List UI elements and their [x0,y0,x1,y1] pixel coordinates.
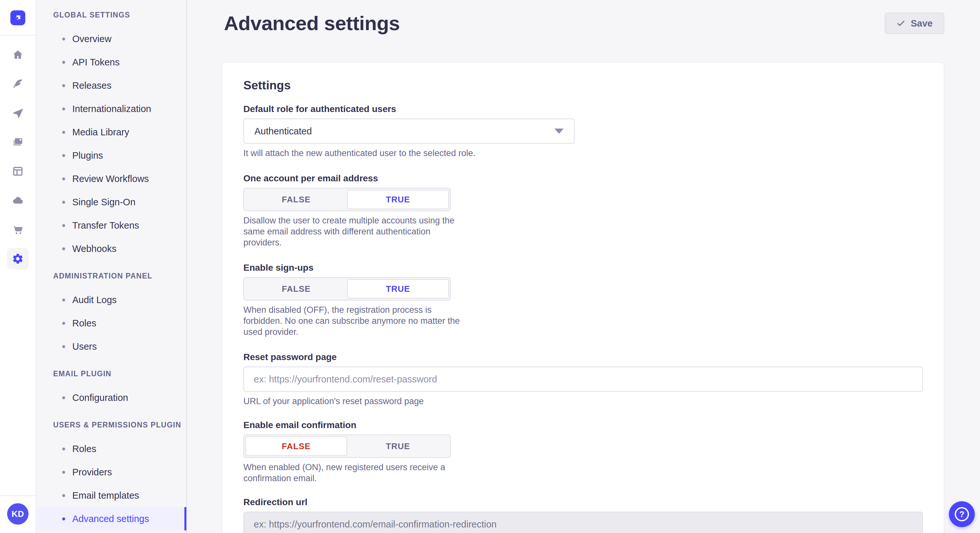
toggle-false-button[interactable]: FALSE [245,279,347,298]
user-avatar[interactable]: KD [7,503,29,525]
sidebar-item-webhooks[interactable]: Webhooks [37,237,186,260]
sidebar-item-internationalization[interactable]: Internationalization [37,97,186,121]
sidebar-item-overview[interactable]: Overview [37,27,186,51]
help-button[interactable]: ? [949,501,975,527]
sidebar-item-label: Plugins [72,150,103,161]
feather-icon[interactable] [7,73,29,95]
toggle-false-button[interactable]: FALSE [245,436,347,456]
bullet-icon [62,201,65,204]
sidebar-item-single-sign-on[interactable]: Single Sign-On [37,190,186,214]
sidebar-item-label: Users [72,341,97,352]
field-hint: URL of your application's reset password… [243,396,923,407]
one-account-toggle: FALSE TRUE [243,188,451,211]
toggle-false-button[interactable]: FALSE [245,190,347,209]
sidebar-item-email-templates[interactable]: Email templates [37,484,186,507]
settings-gear-icon[interactable] [7,248,29,270]
sidebar-item-media-library[interactable]: Media Library [37,121,186,144]
settings-card: Settings Default role for authenticated … [223,63,944,533]
card-section-title: Settings [243,78,923,93]
sidebar-item-providers[interactable]: Providers [37,460,186,484]
sidebar-item-label: Single Sign-On [72,197,135,208]
bullet-icon [62,154,65,157]
sidebar-item-label: Providers [72,467,112,477]
content-layout-icon[interactable] [7,160,29,182]
page-title: Advanced settings [224,11,400,36]
bullet-icon [62,131,65,134]
question-mark-icon: ? [955,507,969,521]
bullet-icon [62,447,65,451]
bullet-icon [62,397,65,399]
field-reset-password-page: Reset password page URL of your applicat… [243,352,923,407]
field-label: Enable email confirmation [243,420,923,431]
toggle-true-button[interactable]: TRUE [347,190,449,209]
sidebar-nav: GLOBAL SETTINGSOverviewAPI TokensRelease… [37,8,186,530]
page-header: Advanced settings Save [188,0,980,36]
sidebar-item-advanced-settings[interactable]: Advanced settings [37,507,186,530]
sidebar-item-configuration[interactable]: Configuration [37,386,186,409]
strapi-logo-icon[interactable] [10,10,25,25]
bullet-icon [62,61,65,64]
bullet-icon [62,108,65,110]
field-label: Enable sign-ups [243,262,923,273]
sidebar-item-plugins[interactable]: Plugins [37,144,186,167]
icon-rail: KD [0,0,36,533]
sign-ups-toggle: FALSE TRUE [243,277,451,300]
field-one-account-per-email: One account per email address FALSE TRUE… [243,173,923,248]
save-button-label: Save [911,18,933,29]
sidebar-item-label: Roles [72,318,96,329]
select-value: Authenticated [255,126,312,136]
toggle-true-button[interactable]: TRUE [347,279,449,298]
sidebar-item-label: Review Workflows [72,174,149,184]
field-hint: It will attach the new authenticated use… [243,148,923,159]
rail-divider [0,35,36,36]
field-hint: Disallow the user to create multiple acc… [243,215,461,248]
field-label: One account per email address [243,173,923,184]
save-button[interactable]: Save [885,13,944,34]
sidebar-item-releases[interactable]: Releases [37,74,186,97]
email-confirmation-toggle: FALSE TRUE [243,435,451,458]
main-content: Advanced settings Save Settings Default … [188,0,980,533]
sidebar-item-review-workflows[interactable]: Review Workflows [37,167,186,190]
sidebar-item-label: Configuration [72,392,128,403]
bullet-icon [62,494,65,497]
sidebar-item-label: Webhooks [72,244,117,254]
reset-password-input[interactable] [243,366,923,392]
paper-plane-icon[interactable] [7,102,29,124]
sidebar-item-label: Advanced settings [72,514,149,524]
bullet-icon [62,224,65,227]
bullet-icon [62,178,65,180]
cart-icon[interactable] [7,219,29,240]
bullet-icon [62,345,65,348]
sidebar-item-api-tokens[interactable]: API Tokens [37,51,186,74]
media-library-icon[interactable] [7,132,29,153]
bullet-icon [62,471,65,474]
sidebar-item-label: Transfer Tokens [72,220,139,231]
field-redirection-url: Redirection url [243,497,923,533]
home-icon[interactable] [7,44,29,65]
sidebar-item-label: Releases [72,80,111,91]
field-label: Redirection url [243,497,923,508]
sidebar-item-label: Roles [72,444,96,454]
sidebar-item-label: Audit Logs [72,295,117,305]
rail-bottom-divider [0,495,36,496]
chevron-down-icon [555,128,563,134]
bullet-icon [62,84,65,87]
bullet-icon [62,298,65,301]
sidebar-item-users[interactable]: Users [37,335,186,358]
sidebar-item-audit-logs[interactable]: Audit Logs [37,288,186,311]
sidebar-item-transfer-tokens[interactable]: Transfer Tokens [37,214,186,237]
field-enable-sign-ups: Enable sign-ups FALSE TRUE When disabled… [243,262,923,338]
cloud-icon[interactable] [7,190,29,211]
bullet-icon [62,247,65,250]
rail-items [7,44,29,277]
sidebar-item-roles[interactable]: Roles [37,437,186,460]
sidebar-item-label: Internationalization [72,104,151,114]
sidebar-item-label: Media Library [72,127,129,138]
field-enable-email-confirmation: Enable email confirmation FALSE TRUE Whe… [243,420,923,484]
sidebar-section-title: GLOBAL SETTINGS [37,8,186,22]
default-role-select[interactable]: Authenticated [243,119,574,144]
sidebar-item-roles[interactable]: Roles [37,311,186,335]
sidebar-section-title: USERS & PERMISSIONS PLUGIN [37,418,186,432]
toggle-true-button[interactable]: TRUE [347,436,449,456]
sidebar-item-label: Email templates [72,490,139,501]
